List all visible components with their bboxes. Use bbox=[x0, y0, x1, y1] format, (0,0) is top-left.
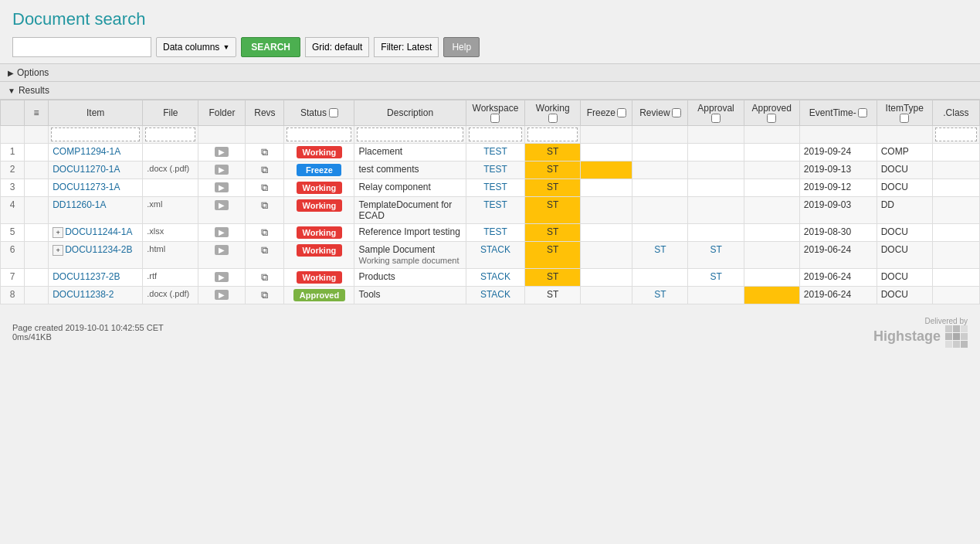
status-badge: Working bbox=[297, 271, 343, 284]
row-revs: ⧉ bbox=[246, 287, 284, 304]
row-revs: ⧉ bbox=[246, 224, 284, 242]
item-link[interactable]: COMP11294-1A bbox=[53, 146, 120, 157]
help-button[interactable]: Help bbox=[443, 37, 480, 57]
filter-desc-input[interactable] bbox=[357, 128, 463, 141]
workspace-value: STACK bbox=[480, 244, 510, 255]
row-file: .html bbox=[143, 242, 198, 269]
approved-header-checkbox[interactable] bbox=[767, 114, 776, 123]
options-section-bar[interactable]: ▶ Options bbox=[0, 63, 980, 82]
toolbar: Data columns SEARCH Grid: default Filter… bbox=[0, 34, 980, 63]
filter-item-input[interactable] bbox=[51, 128, 140, 141]
expand-button[interactable]: + bbox=[53, 227, 63, 238]
row-file: .docx (.pdf) bbox=[143, 162, 198, 179]
copy-icon[interactable]: ⧉ bbox=[261, 271, 268, 283]
workspace-value: STACK bbox=[480, 271, 510, 282]
filter-dropdown-button[interactable]: Filter: Latest bbox=[374, 37, 439, 57]
row-eventtime: 2019-06-24 bbox=[799, 287, 877, 304]
row-status: Approved bbox=[284, 287, 354, 304]
item-link[interactable]: DOCU11237-2B bbox=[53, 271, 120, 282]
row-num: 3 bbox=[1, 179, 25, 197]
copy-icon[interactable]: ⧉ bbox=[261, 164, 268, 175]
folder-icon[interactable]: ▶ bbox=[215, 245, 229, 255]
row-itemtype: COMP bbox=[877, 144, 932, 162]
workspace-value: TEST bbox=[483, 226, 507, 237]
row-itemtype: DOCU bbox=[877, 287, 932, 304]
working-st-badge: ST bbox=[547, 182, 558, 192]
item-link[interactable]: DOCU11270-1A bbox=[53, 164, 120, 175]
row-working: ST bbox=[525, 224, 581, 242]
copy-icon[interactable]: ⧉ bbox=[261, 244, 268, 256]
table-row: 7 DOCU11237-2B .rtf ▶ ⧉ Working Products… bbox=[1, 269, 980, 287]
filter-itemtype bbox=[877, 126, 932, 144]
col-header-working: Working bbox=[525, 100, 581, 126]
folder-icon[interactable]: ▶ bbox=[215, 182, 229, 192]
filter-class bbox=[932, 126, 979, 144]
search-button[interactable]: SEARCH bbox=[241, 37, 300, 57]
row-working: ST bbox=[525, 144, 581, 162]
copy-icon[interactable]: ⧉ bbox=[261, 182, 268, 193]
item-link[interactable]: DOCU11238-2 bbox=[53, 289, 114, 300]
copy-icon[interactable]: ⧉ bbox=[261, 146, 268, 158]
filter-file-input[interactable] bbox=[145, 128, 195, 141]
filter-class-input[interactable] bbox=[935, 128, 977, 141]
folder-icon[interactable]: ▶ bbox=[215, 165, 229, 175]
row-approved bbox=[744, 269, 799, 287]
filter-workspace-input[interactable] bbox=[469, 128, 522, 141]
col-header-workspace: Workspace bbox=[466, 100, 524, 126]
row-approved bbox=[744, 224, 799, 242]
folder-icon[interactable]: ▶ bbox=[215, 272, 229, 282]
working-header-checkbox[interactable] bbox=[548, 114, 558, 123]
status-header-checkbox[interactable] bbox=[329, 108, 338, 117]
workspace-value: TEST bbox=[483, 164, 507, 175]
row-item: DOCU11237-2B bbox=[49, 269, 143, 287]
row-file bbox=[143, 144, 198, 162]
review-header-checkbox[interactable] bbox=[672, 108, 681, 117]
filter-toggle bbox=[25, 126, 49, 144]
eventtime-header-checkbox[interactable] bbox=[858, 108, 867, 117]
workspace-header-checkbox[interactable] bbox=[490, 114, 500, 123]
row-folder: ▶ bbox=[198, 179, 246, 197]
row-toggle bbox=[25, 197, 49, 224]
filter-description bbox=[354, 126, 466, 144]
working-st-badge: ST bbox=[547, 226, 558, 237]
itemtype-header-checkbox[interactable] bbox=[900, 114, 909, 123]
filter-working-input[interactable] bbox=[527, 128, 578, 141]
item-link[interactable]: DOCU11244-1A bbox=[65, 226, 132, 237]
row-review bbox=[632, 162, 688, 179]
row-eventtime: 2019-08-30 bbox=[799, 224, 877, 242]
copy-icon[interactable]: ⧉ bbox=[261, 289, 268, 301]
item-link[interactable]: DD11260-1A bbox=[53, 199, 106, 210]
data-columns-button[interactable]: Data columns bbox=[156, 37, 236, 57]
expand-button[interactable]: + bbox=[53, 245, 63, 256]
folder-icon[interactable]: ▶ bbox=[215, 200, 229, 210]
approval-header-checkbox[interactable] bbox=[711, 114, 721, 123]
footer-info: Page created 2019-10-01 10:42:55 CET 0ms… bbox=[12, 323, 164, 342]
copy-icon[interactable]: ⧉ bbox=[261, 226, 268, 238]
results-section-bar[interactable]: ▼ Results bbox=[0, 82, 980, 100]
search-input[interactable] bbox=[12, 37, 151, 57]
row-class bbox=[932, 287, 979, 304]
row-description: Relay component bbox=[354, 179, 466, 197]
row-revs: ⧉ bbox=[246, 242, 284, 269]
table-row: 4 DD11260-1A .xml ▶ ⧉ Working TemplateDo… bbox=[1, 197, 980, 224]
item-link[interactable]: DOCU11273-1A bbox=[53, 182, 120, 192]
item-link[interactable]: DOCU11234-2B bbox=[65, 244, 132, 255]
row-working: ST bbox=[525, 242, 581, 269]
copy-icon[interactable]: ⧉ bbox=[261, 199, 268, 211]
working-st-badge: ST bbox=[547, 146, 558, 157]
filter-status-input[interactable] bbox=[287, 128, 351, 141]
row-workspace: TEST bbox=[466, 179, 524, 197]
row-folder: ▶ bbox=[198, 162, 246, 179]
freeze-header-checkbox[interactable] bbox=[617, 108, 626, 117]
folder-icon[interactable]: ▶ bbox=[215, 227, 229, 237]
row-freeze bbox=[581, 162, 632, 179]
workspace-value: STACK bbox=[480, 289, 510, 300]
row-num: 8 bbox=[1, 287, 25, 304]
row-file: .xlsx bbox=[143, 224, 198, 242]
folder-icon[interactable]: ▶ bbox=[215, 147, 229, 157]
grid-dropdown-button[interactable]: Grid: default bbox=[305, 37, 369, 57]
filter-file bbox=[143, 126, 198, 144]
row-approval bbox=[688, 287, 744, 304]
footer-created: Page created 2019-10-01 10:42:55 CET bbox=[12, 323, 164, 332]
folder-icon[interactable]: ▶ bbox=[215, 290, 229, 300]
